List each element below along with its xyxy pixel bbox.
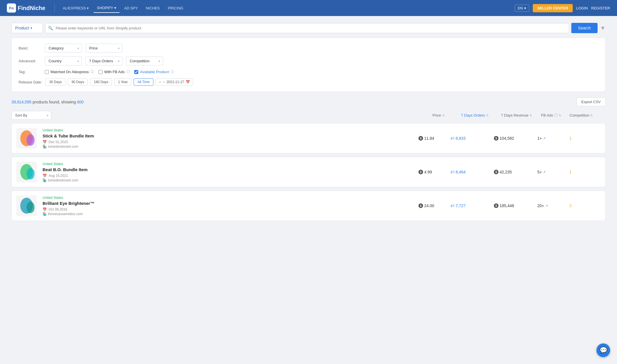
- matched-aliexpress-checkbox[interactable]: [45, 70, 49, 74]
- col-header-price[interactable]: Price ⇅: [432, 113, 461, 118]
- tag-available-product[interactable]: Available Product ⓘ: [134, 69, 174, 74]
- calendar-icon[interactable]: 📅: [186, 80, 190, 84]
- tag-icon: 🏷: [450, 136, 454, 141]
- search-button[interactable]: Search: [571, 23, 598, 33]
- table-headers: Price ⇅ 7 Days Orders ⇅ 7 Days Revenue ⇅…: [51, 113, 606, 118]
- main-content: Product ▾ 🔍 Search ▼ Basic: Category ▾ P…: [0, 16, 617, 231]
- svg-point-2: [27, 134, 35, 146]
- matched-info-icon: ⓘ: [91, 69, 94, 74]
- available-info-icon: ⓘ: [171, 69, 174, 74]
- price-select[interactable]: Price: [85, 44, 123, 53]
- product-fb-ads: 5+ ↗: [537, 170, 566, 174]
- col-header-competition[interactable]: Competition ⇅: [570, 113, 601, 118]
- domain-icon: 🏪: [43, 145, 47, 149]
- calendar-icon: 📅: [43, 140, 47, 144]
- tag-with-fb-ads[interactable]: With FB Ads ⓘ: [99, 69, 130, 74]
- revenue-dollar-icon: $: [494, 170, 498, 174]
- logo-text: FindNiche: [18, 5, 45, 11]
- svg-point-5: [27, 168, 35, 179]
- product-competition: 1: [569, 136, 601, 141]
- filter-row-release-date: Release Date: 30 Days 90 Days 180 Days 1…: [19, 78, 598, 86]
- search-input-wrap: 🔍: [45, 23, 569, 33]
- product-competition: 3: [569, 203, 601, 208]
- domain-icon: 🏪: [43, 178, 47, 182]
- category-select[interactable]: Category: [45, 44, 82, 53]
- competition-select[interactable]: Competition: [126, 57, 163, 65]
- product-domain[interactable]: 🏪 lumedeodorant.com: [43, 145, 415, 149]
- product-domain[interactable]: 🏪 lumedeodorant.com: [43, 178, 415, 182]
- col-header-fb-ads[interactable]: FB Ads ⓘ ⇅: [541, 113, 570, 118]
- search-bar: Product ▾ 🔍 Search ▼: [11, 23, 606, 33]
- language-selector[interactable]: EN ▾: [515, 5, 529, 12]
- product-price: $ 11.84: [418, 136, 447, 141]
- product-domain[interactable]: 🏪 thrivecausemetics.com: [43, 212, 415, 216]
- date-1-year[interactable]: 1 Year: [114, 78, 131, 86]
- date-all-time[interactable]: All Time: [134, 78, 153, 86]
- available-product-checkbox[interactable]: [134, 70, 138, 74]
- product-date: 📅 Dec 01,2020: [43, 140, 415, 144]
- competition-sort-icon: ⇅: [590, 114, 593, 117]
- product-name[interactable]: Stick & Tube Bundle Item: [43, 133, 415, 138]
- external-link-icon[interactable]: ↗: [543, 137, 546, 140]
- results-bar: 39,914,595 products found, showing 600 E…: [11, 97, 606, 106]
- product-orders: 🏷 8,833: [450, 136, 490, 141]
- seller-center-button[interactable]: SELLER CENTER: [533, 4, 573, 12]
- date-range: -- ~ 2021-11-17 📅: [156, 78, 193, 86]
- product-country: United States: [43, 128, 415, 132]
- product-country: United States: [43, 162, 415, 166]
- col-header-7days-revenue[interactable]: 7 Days Revenue ⇅: [501, 113, 541, 118]
- nav-link-aliexpress[interactable]: ALIEXPRESS ▾: [59, 4, 93, 13]
- nav-link-niches[interactable]: NICHES: [142, 4, 163, 13]
- product-competition: 1: [569, 170, 601, 174]
- sort-select[interactable]: Sort By: [11, 111, 51, 120]
- external-link-icon[interactable]: ↗: [545, 204, 548, 208]
- export-csv-button[interactable]: Export CSV: [576, 97, 606, 106]
- fb-ads-checkbox[interactable]: [99, 70, 103, 74]
- fbads-sort-icon: ⇅: [559, 114, 561, 117]
- tag-matched-aliexpress[interactable]: Matched On Aliexpress ⓘ: [45, 69, 94, 74]
- filter-icon[interactable]: ▼: [600, 25, 606, 31]
- orders-sort-icon: ⇅: [486, 114, 488, 117]
- revenue-dollar-icon: $: [494, 136, 498, 141]
- nav-link-shopify[interactable]: SHOPIFY ▾: [93, 3, 119, 13]
- product-image: [16, 195, 37, 216]
- logo[interactable]: Fn FindNiche: [7, 3, 45, 13]
- external-link-icon[interactable]: ↗: [543, 170, 546, 174]
- col-header-7days-orders[interactable]: 7 Days Orders ⇅: [461, 113, 501, 118]
- product-name[interactable]: Brilliant Eye Brightener™: [43, 201, 415, 206]
- product-card: United States Stick & Tube Bundle Item 📅…: [11, 123, 606, 153]
- col-header-empty: [56, 113, 432, 118]
- sort-select-wrap: Sort By ▾: [11, 111, 51, 120]
- search-type-label: Product: [15, 26, 29, 30]
- auth-links: LOGIN REGISTER: [576, 6, 610, 10]
- table-controls: Sort By ▾ Price ⇅ 7 Days Orders ⇅ 7 Days…: [11, 111, 606, 120]
- orders-select[interactable]: 7 Days Orders: [85, 57, 123, 65]
- product-orders: 🏷 8,464: [450, 170, 490, 174]
- fb-ads-table-info: ⓘ: [554, 113, 558, 118]
- product-name[interactable]: Beat B.O. Bundle Item: [43, 167, 415, 172]
- revenue-dollar-icon: $: [494, 203, 498, 208]
- tag-icon: 🏷: [450, 203, 454, 208]
- results-text: 39,914,595 products found, showing 600: [11, 100, 84, 104]
- product-image: [16, 162, 37, 182]
- nav-link-pricing[interactable]: PRICING: [164, 4, 187, 13]
- product-info: United States Stick & Tube Bundle Item 📅…: [43, 128, 415, 149]
- product-price: $ 24.00: [418, 203, 447, 208]
- search-type-dropdown[interactable]: Product ▾: [11, 23, 43, 33]
- tag-options: Matched On Aliexpress ⓘ With FB Ads ⓘ Av…: [45, 69, 174, 74]
- product-info: United States Beat B.O. Bundle Item 📅 Au…: [43, 162, 415, 182]
- date-30-days[interactable]: 30 Days: [45, 78, 65, 86]
- dollar-icon: $: [418, 136, 423, 141]
- date-buttons: 30 Days 90 Days 180 Days 1 Year All Time…: [45, 78, 193, 86]
- product-country: United States: [43, 196, 415, 200]
- login-link[interactable]: LOGIN: [576, 6, 588, 10]
- date-180-days[interactable]: 180 Days: [90, 78, 112, 86]
- register-link[interactable]: REGISTER: [591, 6, 610, 10]
- filters-box: Basic: Category ▾ Price ▾ Advanced: Coun…: [11, 38, 606, 92]
- date-90-days[interactable]: 90 Days: [68, 78, 88, 86]
- country-select[interactable]: Country: [45, 57, 82, 65]
- nav-link-adspy[interactable]: AD SPY: [121, 4, 141, 13]
- nav-divider: [55, 4, 55, 12]
- search-input[interactable]: [45, 23, 569, 33]
- svg-point-8: [27, 202, 35, 213]
